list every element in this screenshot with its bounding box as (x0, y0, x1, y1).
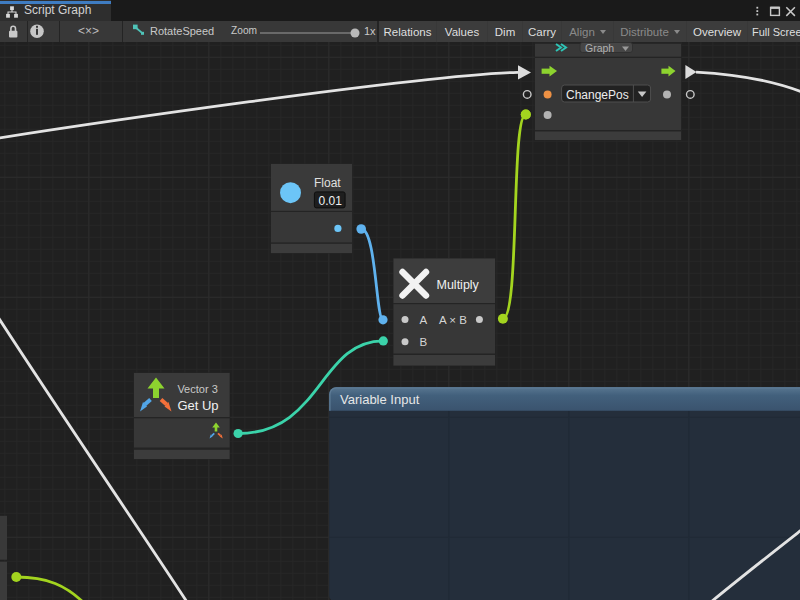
svg-text:Variable Input: Variable Input (340, 392, 420, 407)
svg-text:A × B: A × B (439, 314, 467, 326)
svg-text:Float: Float (314, 176, 341, 190)
svg-text:Multiply: Multiply (437, 278, 480, 292)
svg-text:Get Up: Get Up (177, 398, 218, 413)
svg-text:ChangePos: ChangePos (566, 88, 629, 102)
svg-text:Vector 3: Vector 3 (177, 383, 217, 395)
svg-text:0.01: 0.01 (319, 194, 343, 208)
svg-text:B: B (420, 336, 428, 348)
svg-text:Graph: Graph (585, 42, 614, 54)
svg-text:A: A (420, 314, 428, 326)
